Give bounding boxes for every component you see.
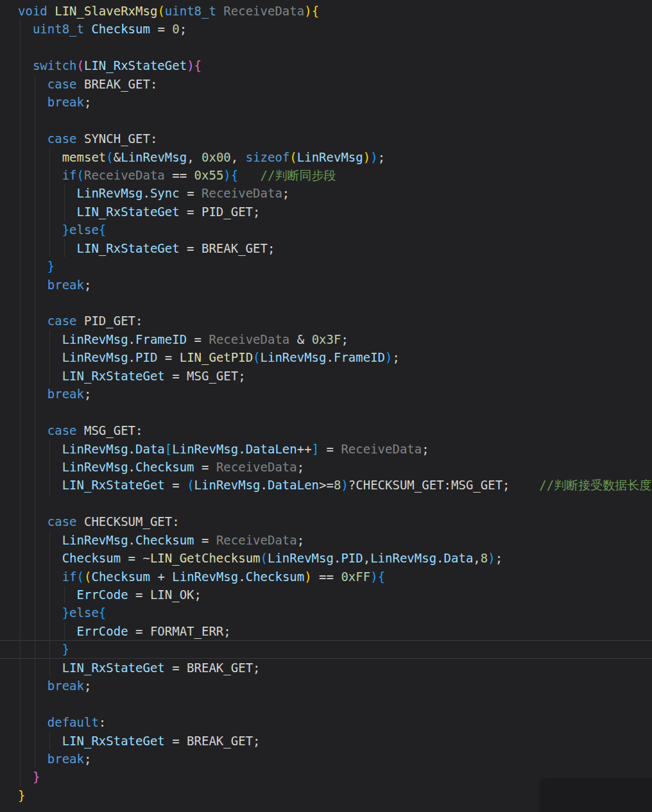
code-line[interactable]: case BREAK_GET:	[0, 75, 652, 93]
code-line[interactable]: ErrCode = FORMAT_ERR;	[0, 622, 652, 640]
code-token: BREAK_GET:	[77, 77, 158, 91]
code-line[interactable]: ErrCode = LIN_OK;	[0, 586, 652, 604]
code-line[interactable]: LinRevMsg.FrameID = ReceiveData & 0x3F;	[0, 330, 652, 348]
code-token: else	[69, 223, 99, 237]
code-line[interactable]	[0, 495, 652, 512]
indent-guide	[49, 622, 50, 640]
code-token	[18, 514, 47, 529]
code-line[interactable]	[0, 112, 652, 130]
code-line[interactable]	[0, 38, 652, 56]
indent-guide	[64, 586, 65, 604]
code-token: :	[99, 715, 106, 729]
code-line[interactable]: void LIN_SlaveRxMsg(uint8_t ReceiveData)…	[0, 2, 652, 20]
code-line[interactable]: }	[0, 640, 652, 658]
indent-guide	[35, 750, 35, 768]
code-line[interactable]: if(ReceiveData == 0x55){ //判断同步段	[0, 166, 652, 184]
code-line[interactable]	[0, 294, 652, 312]
code-token: ;	[84, 387, 91, 401]
code-line[interactable]: LinRevMsg.Checksum = ReceiveData;	[0, 458, 652, 476]
indent-guide	[20, 348, 21, 366]
code-token: CHECKSUM_GET:	[77, 514, 180, 529]
code-line[interactable]	[0, 695, 652, 713]
code-token	[18, 423, 47, 437]
code-line[interactable]: LinRevMsg.Sync = ReceiveData;	[0, 184, 652, 202]
indent-guide	[64, 239, 65, 257]
code-line[interactable]: case CHECKSUM_GET:	[0, 512, 652, 530]
code-token: .	[238, 442, 245, 456]
code-line[interactable]: case SYNCH_GET:	[0, 130, 652, 148]
code-token: {	[99, 605, 106, 620]
indent-guide	[20, 112, 21, 130]
code-line[interactable]: LIN_RxStateGet = (LinRevMsg.DataLen>=8)?…	[0, 476, 652, 494]
code-token: break	[47, 95, 84, 109]
indent-guide	[49, 330, 50, 348]
indent-guide	[35, 75, 35, 93]
code-token: ){	[304, 4, 319, 18]
code-line[interactable]	[0, 403, 652, 421]
code-token: uint8_t	[165, 4, 216, 18]
code-line[interactable]: LinRevMsg.PID = LIN_GetPID(LinRevMsg.Fra…	[0, 348, 652, 366]
code-line[interactable]: LIN_RxStateGet = BREAK_GET;	[0, 732, 652, 750]
code-line[interactable]: LinRevMsg.Data[LinRevMsg.DataLen++] = Re…	[0, 440, 652, 458]
indent-guide	[49, 732, 50, 750]
code-line[interactable]: uint8_t Checksum = 0;	[0, 20, 652, 38]
code-token: LIN_RxStateGet	[62, 478, 165, 492]
code-token: ]	[312, 442, 319, 456]
code-token: .	[261, 478, 268, 492]
code-token: memset	[62, 150, 107, 164]
indent-guide	[49, 148, 50, 166]
code-line[interactable]: memset(&LinRevMsg, 0x00, sizeof(LinRevMs…	[0, 148, 652, 166]
code-token: .	[128, 460, 135, 474]
code-line[interactable]: Checksum = ~LIN_GetChecksum(LinRevMsg.PI…	[0, 549, 652, 567]
code-line[interactable]: LIN_RxStateGet = MSG_GET;	[0, 367, 652, 385]
code-token	[18, 223, 62, 237]
indent-guide	[35, 695, 35, 713]
code-line[interactable]: }else{	[0, 604, 652, 622]
code-token: PID_GET:	[77, 314, 143, 328]
code-token: ;	[180, 22, 187, 36]
code-line[interactable]: }else{	[0, 221, 652, 239]
code-token: [	[165, 442, 172, 456]
code-line[interactable]: switch(LIN_RxStateGet){	[0, 56, 652, 74]
indent-guide	[49, 531, 50, 549]
code-token: if	[62, 570, 77, 584]
code-line[interactable]: LIN_RxStateGet = PID_GET;	[0, 203, 652, 221]
code-line[interactable]: if((Checksum + LinRevMsg.Checksum) == 0x…	[0, 568, 652, 586]
indent-guide	[49, 203, 50, 221]
indent-guide	[20, 768, 21, 786]
code-token: (	[77, 570, 84, 584]
code-line[interactable]: break;	[0, 276, 652, 294]
code-line[interactable]: LIN_RxStateGet = BREAK_GET;	[0, 659, 652, 677]
indent-guide	[20, 495, 21, 512]
code-line[interactable]: break;	[0, 677, 652, 695]
code-line[interactable]: break;	[0, 93, 652, 111]
code-line[interactable]: break;	[0, 750, 652, 768]
indent-guide	[49, 604, 50, 622]
code-line[interactable]: case MSG_GET:	[0, 421, 652, 439]
code-line[interactable]: LIN_RxStateGet = BREAK_GET;	[0, 239, 652, 257]
indent-guide	[20, 586, 21, 604]
editor-code-area[interactable]: void LIN_SlaveRxMsg(uint8_t ReceiveData)…	[0, 0, 652, 812]
indent-guide	[35, 367, 35, 385]
code-line[interactable]: default:	[0, 713, 652, 731]
indent-guide	[20, 458, 21, 476]
code-token: LinRevMsg	[62, 442, 128, 456]
code-token: ){	[370, 570, 385, 584]
indent-guide	[35, 586, 35, 604]
indent-guide	[20, 276, 21, 294]
indent-guide	[20, 75, 21, 93]
code-token: ,	[187, 150, 202, 164]
code-line[interactable]: LinRevMsg.Checksum = ReceiveData;	[0, 531, 652, 549]
indent-guide	[35, 512, 35, 530]
code-line[interactable]: }	[0, 257, 652, 275]
code-token: DataLen	[268, 478, 319, 492]
code-token: if	[62, 168, 77, 182]
indent-guide	[20, 367, 21, 385]
code-token: 0x00	[202, 150, 231, 164]
code-token: (	[289, 150, 296, 164]
code-token: =	[150, 22, 172, 36]
code-line[interactable]: break;	[0, 385, 652, 403]
indent-guide	[35, 476, 35, 494]
code-line[interactable]: case PID_GET:	[0, 312, 652, 330]
code-token	[216, 4, 223, 18]
